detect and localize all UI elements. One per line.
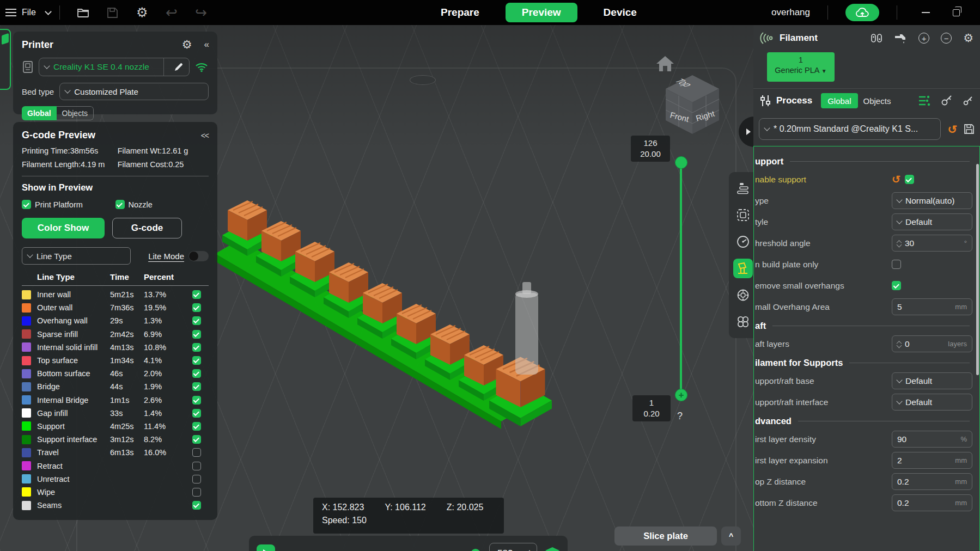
line-type-visibility-checkbox[interactable] — [192, 435, 201, 444]
line-type-visibility-checkbox[interactable] — [192, 488, 201, 497]
setting-checkbox[interactable] — [892, 260, 901, 269]
process-tab-objects[interactable]: Objects — [858, 93, 897, 108]
collapse-panel-icon[interactable]: << — [201, 131, 209, 140]
line-type-visibility-checkbox[interactable] — [192, 382, 201, 391]
gcode-button[interactable]: G-code — [112, 218, 182, 238]
scope-tab-objects[interactable]: Objects — [57, 106, 94, 120]
step-slider-knob[interactable] — [471, 549, 480, 551]
spinner-arrows-icon[interactable] — [897, 240, 901, 247]
home-view-icon[interactable] — [655, 55, 675, 72]
slice-options-button[interactable]: ^ — [721, 526, 741, 546]
tab-device[interactable]: Device — [596, 3, 644, 22]
tab-prepare[interactable]: Prepare — [433, 3, 487, 22]
save-preset-icon[interactable] — [964, 124, 975, 134]
line-type-visibility-checkbox[interactable] — [192, 501, 201, 510]
checkbox[interactable] — [22, 200, 31, 209]
reset-preset-icon[interactable]: ↺ — [947, 124, 957, 135]
setting-select[interactable]: Normal(auto) — [892, 192, 972, 209]
open-folder-icon[interactable] — [76, 5, 90, 20]
window-minimize-button[interactable] — [915, 0, 936, 25]
vertical-scrollbar[interactable] — [976, 164, 979, 375]
reset-setting-icon[interactable]: ↺ — [892, 174, 900, 185]
plate-view-icon[interactable] — [733, 205, 753, 225]
layer-slider-track[interactable] — [680, 162, 682, 395]
key-icon[interactable] — [941, 95, 953, 106]
flush-faucet-icon[interactable] — [894, 33, 907, 44]
process-tab-global[interactable]: Global — [821, 93, 857, 108]
line-type-visibility-checkbox[interactable] — [192, 316, 201, 325]
window-restore-button[interactable] — [945, 0, 967, 25]
line-type-visibility-checkbox[interactable] — [192, 330, 201, 339]
setting-input[interactable]: 0.2mm — [892, 473, 972, 490]
layer-slider-top-handle[interactable] — [675, 156, 687, 169]
line-type-visibility-checkbox[interactable] — [192, 448, 201, 457]
layer-slider-bottom-handle[interactable] — [675, 389, 687, 401]
speed-view-icon[interactable] — [733, 232, 753, 252]
setting-input[interactable]: 2mm — [892, 452, 972, 469]
setting-input[interactable]: 5mm — [892, 298, 972, 315]
line-type-visibility-checkbox[interactable] — [192, 475, 201, 483]
line-type-view-icon[interactable] — [733, 179, 753, 198]
filament-settings-gear-icon[interactable]: ⚙ — [963, 32, 973, 45]
show-option[interactable]: Nozzle — [115, 200, 209, 209]
setting-select[interactable]: Default — [892, 213, 972, 230]
show-option[interactable]: Print Platform — [22, 200, 115, 209]
redo-icon[interactable]: ↪ — [194, 5, 208, 20]
line-type-visibility-checkbox[interactable] — [192, 369, 201, 378]
swap-filament-icon[interactable] — [871, 33, 882, 44]
printer-settings-gear-icon[interactable]: ⚙ — [182, 38, 192, 51]
plate-thumbnail[interactable] — [0, 29, 11, 90]
line-type-filter-select[interactable]: Line Type — [22, 247, 131, 265]
add-filament-icon[interactable]: + — [918, 33, 929, 44]
chevron-down-icon[interactable] — [45, 8, 52, 15]
setting-input[interactable]: 90% — [892, 431, 972, 448]
line-type-visibility-checkbox[interactable] — [192, 422, 201, 431]
setting-checkbox[interactable] — [892, 281, 901, 290]
navigation-cube[interactable]: Top Front Right — [662, 74, 722, 135]
setting-select[interactable]: Default — [892, 372, 972, 389]
line-type-visibility-checkbox[interactable] — [192, 343, 201, 352]
step-number-input[interactable]: 583 ▲ ▼ — [489, 543, 537, 551]
menu-icon[interactable] — [5, 9, 16, 16]
tab-preview[interactable]: Preview — [506, 3, 577, 22]
collapse-panel-icon[interactable]: « — [204, 39, 209, 50]
line-type-visibility-checkbox[interactable] — [192, 290, 201, 299]
checkbox[interactable] — [115, 200, 125, 209]
setting-checkbox[interactable] — [905, 175, 914, 184]
line-type-visibility-checkbox[interactable] — [192, 303, 201, 312]
setting-spinner[interactable]: 30° — [892, 235, 972, 252]
line-type-visibility-checkbox[interactable] — [192, 356, 201, 365]
seam-view-icon[interactable] — [733, 285, 753, 305]
scope-tab-global[interactable]: Global — [22, 106, 57, 120]
lite-mode-toggle[interactable] — [188, 251, 209, 261]
support-view-icon[interactable] — [733, 259, 753, 278]
save-icon[interactable] — [106, 5, 120, 20]
bed-type-select[interactable]: Customized Plate — [59, 83, 209, 100]
line-type-visibility-checkbox[interactable] — [192, 396, 201, 405]
settings-gear-icon[interactable]: ⚙ — [135, 5, 149, 20]
slice-plate-button[interactable]: Slice plate — [614, 526, 717, 546]
edit-pencil-icon[interactable] — [174, 62, 184, 72]
setting-spinner[interactable]: 0layers — [892, 335, 972, 352]
filament-slot[interactable]: 1 Generic PLA ▼ — [767, 52, 835, 82]
line-type-visibility-checkbox[interactable] — [192, 462, 201, 470]
printer-select[interactable]: Creality K1 SE 0.4 nozzle — [39, 58, 190, 76]
layers-mode-icon[interactable] — [545, 547, 560, 551]
help-icon[interactable]: ? — [677, 411, 683, 422]
color-show-button[interactable]: Color Show — [22, 218, 105, 238]
play-button[interactable] — [257, 544, 275, 551]
line-type-visibility-checkbox[interactable] — [192, 409, 201, 418]
parameter-list-icon[interactable] — [918, 95, 931, 106]
remove-filament-icon[interactable]: − — [941, 33, 952, 44]
arrange-view-icon[interactable] — [733, 312, 753, 332]
setting-select[interactable]: Default — [892, 394, 972, 411]
process-preset-select[interactable]: * 0.20mm Standard @Creality K1 S... — [759, 118, 941, 140]
file-menu[interactable]: File — [22, 8, 36, 17]
undo-icon[interactable]: ↩ — [165, 5, 179, 20]
panel-expand-handle[interactable] — [739, 117, 754, 147]
plug-icon[interactable] — [963, 95, 973, 106]
wifi-icon[interactable] — [194, 62, 209, 72]
setting-input[interactable]: 0.2mm — [892, 494, 972, 511]
spinner-arrows-icon[interactable] — [897, 341, 901, 347]
cloud-upload-button[interactable] — [845, 4, 879, 21]
